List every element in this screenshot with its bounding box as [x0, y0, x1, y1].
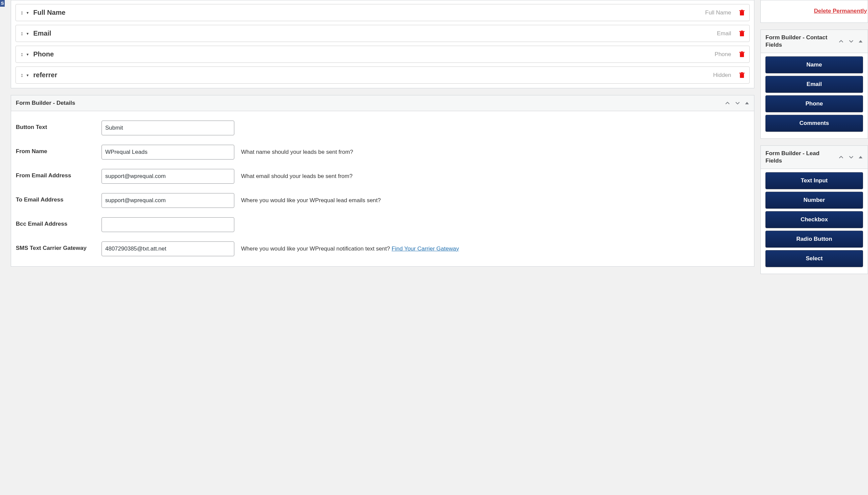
add-select-field-button[interactable]: Select: [766, 250, 863, 267]
to-email-input[interactable]: [101, 193, 234, 208]
trash-icon[interactable]: [739, 72, 744, 78]
trash-icon[interactable]: [739, 10, 744, 16]
drag-handle-icon[interactable]: ↕: [20, 31, 23, 37]
from-name-help: What name should your leads be sent from…: [241, 145, 749, 156]
from-email-label: From Email Address: [16, 169, 95, 179]
from-email-input[interactable]: [101, 169, 234, 184]
trash-icon[interactable]: [739, 51, 744, 57]
field-type: Hidden: [713, 72, 731, 79]
field-type: Full Name: [705, 10, 731, 16]
contact-fields-header: Form Builder - Contact Fields: [761, 30, 868, 53]
details-header: Form Builder - Details: [11, 96, 754, 111]
field-type: Email: [717, 30, 731, 37]
collapsed-menu-tab[interactable]: S: [0, 0, 5, 7]
field-type: Phone: [715, 51, 731, 58]
button-text-label: Button Text: [16, 121, 95, 131]
field-row-email[interactable]: ↕ ▾ Email Email: [15, 25, 750, 42]
svg-rect-5: [741, 31, 743, 31]
caret-down-icon[interactable]: ▾: [27, 31, 29, 36]
bcc-email-input[interactable]: [101, 217, 234, 232]
add-name-field-button[interactable]: Name: [766, 56, 863, 73]
toggle-panel-icon[interactable]: [856, 152, 865, 162]
add-checkbox-field-button[interactable]: Checkbox: [766, 211, 863, 228]
move-down-icon[interactable]: [846, 36, 856, 47]
to-email-label: To Email Address: [16, 193, 95, 203]
contact-fields-panel: Form Builder - Contact Fields Name Email: [760, 30, 868, 139]
toggle-panel-icon[interactable]: [856, 36, 865, 46]
svg-rect-9: [740, 73, 744, 78]
move-down-icon[interactable]: [733, 97, 742, 109]
field-label: referrer: [33, 71, 57, 79]
svg-rect-3: [740, 32, 744, 36]
svg-rect-8: [741, 51, 743, 52]
svg-rect-6: [740, 53, 744, 57]
drag-handle-icon[interactable]: ↕: [20, 10, 23, 16]
find-carrier-gateway-link[interactable]: Find Your Carrier Gateway: [392, 245, 459, 252]
contact-fields-heading: Form Builder - Contact Fields: [761, 30, 833, 53]
add-number-field-button[interactable]: Number: [766, 192, 863, 208]
button-text-help: [241, 121, 749, 124]
from-name-input[interactable]: [101, 145, 234, 159]
trash-icon[interactable]: [739, 31, 744, 37]
field-row-referrer[interactable]: ↕ ▾ referrer Hidden: [15, 67, 750, 84]
caret-down-icon[interactable]: ▾: [27, 11, 29, 15]
field-label: Email: [33, 30, 51, 37]
button-text-input[interactable]: [101, 121, 234, 135]
caret-down-icon[interactable]: ▾: [27, 52, 29, 57]
bcc-email-label: Bcc Email Address: [16, 217, 95, 227]
move-up-icon[interactable]: [836, 36, 846, 47]
lead-fields-heading: Form Builder - Lead Fields: [761, 146, 833, 169]
publish-actions-panel: Delete Permanently: [760, 0, 868, 23]
sms-gateway-label: SMS Text Carrier Gateway: [16, 241, 95, 252]
details-heading: Form Builder - Details: [11, 96, 720, 111]
field-label: Full Name: [33, 9, 66, 16]
svg-rect-2: [741, 10, 743, 11]
from-name-label: From Name: [16, 145, 95, 155]
lead-fields-panel: Form Builder - Lead Fields Text Input Nu…: [760, 146, 868, 274]
svg-rect-11: [741, 72, 743, 73]
svg-rect-0: [740, 11, 744, 15]
to-email-help: Where you would like your WPrequal lead …: [241, 193, 749, 205]
details-panel: Form Builder - Details Button Text: [11, 95, 754, 267]
sms-gateway-help: Where you would like your WPrequal notif…: [241, 241, 749, 253]
add-comments-field-button[interactable]: Comments: [766, 115, 863, 132]
drag-handle-icon[interactable]: ↕: [20, 72, 23, 78]
form-fields-panel: ↕ ▾ Full Name Full Name ↕ ▾ Email Email: [11, 0, 754, 88]
caret-down-icon[interactable]: ▾: [27, 73, 29, 78]
add-phone-field-button[interactable]: Phone: [766, 96, 863, 112]
toggle-panel-icon[interactable]: [742, 98, 751, 108]
drag-handle-icon[interactable]: ↕: [20, 51, 23, 57]
sms-gateway-input[interactable]: [101, 241, 234, 256]
lead-fields-header: Form Builder - Lead Fields: [761, 146, 868, 169]
delete-permanently-link[interactable]: Delete Permanently: [814, 8, 867, 14]
add-text-input-field-button[interactable]: Text Input: [766, 172, 863, 189]
bcc-email-help: [241, 217, 749, 221]
move-down-icon[interactable]: [846, 151, 856, 163]
field-row-full-name[interactable]: ↕ ▾ Full Name Full Name: [15, 4, 750, 21]
add-email-field-button[interactable]: Email: [766, 76, 863, 93]
field-row-phone[interactable]: ↕ ▾ Phone Phone: [15, 46, 750, 63]
move-up-icon[interactable]: [836, 151, 846, 163]
add-radio-button-field-button[interactable]: Radio Button: [766, 231, 863, 248]
field-label: Phone: [33, 50, 54, 58]
move-up-icon[interactable]: [722, 97, 733, 109]
from-email-help: What email should your leads be sent fro…: [241, 169, 749, 180]
